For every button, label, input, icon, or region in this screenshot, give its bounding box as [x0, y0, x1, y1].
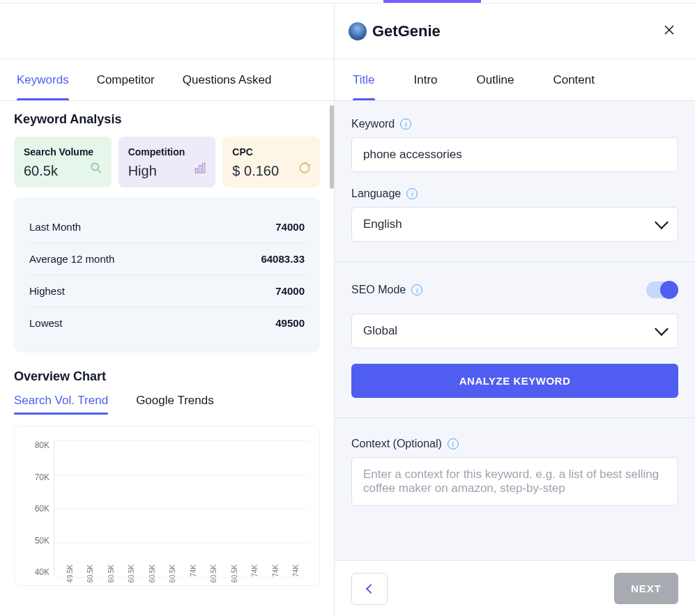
tab-competitor[interactable]: Competitor — [97, 61, 155, 100]
context-label: Context (Optional) i — [351, 438, 678, 450]
seo-mode-toggle[interactable] — [646, 282, 678, 298]
overview-chart: 80K70K60K50K40K 49.5K60.5K60.5K60.5K60.5… — [14, 426, 320, 586]
info-icon[interactable]: i — [406, 188, 418, 199]
context-textarea[interactable]: Enter a context for this keyword. e.g. a… — [351, 457, 678, 506]
svg-point-0 — [91, 163, 98, 170]
stats-box: Last Month74000 Average 12 month64083.33… — [14, 197, 320, 353]
analyze-keyword-button[interactable]: ANALYZE KEYWORD — [351, 364, 678, 398]
metric-search-volume: Search Volume 60.5k — [14, 137, 112, 187]
tab-keywords[interactable]: Keywords — [17, 61, 69, 100]
region-select[interactable]: Global — [351, 314, 678, 348]
stat-row-highest: Highest74000 — [29, 275, 305, 307]
subtab-google-trends[interactable]: Google Trends — [136, 394, 214, 415]
tab-questions-asked[interactable]: Questions Asked — [183, 61, 272, 100]
search-icon — [89, 161, 103, 178]
right-panel: GetGenie Title Intro Outline Content Key… — [335, 3, 695, 616]
svg-rect-4 — [203, 164, 205, 174]
svg-rect-3 — [199, 166, 201, 174]
info-icon[interactable]: i — [448, 438, 459, 449]
target-icon — [298, 161, 312, 178]
tab-outline[interactable]: Outline — [477, 61, 514, 100]
keyword-input[interactable] — [351, 137, 678, 172]
stat-row-lowest: Lowest49500 — [29, 307, 305, 339]
language-label: Language i — [351, 187, 678, 200]
chart-subtabs: Search Vol. Trend Google Trends — [14, 394, 320, 415]
info-icon[interactable]: i — [400, 118, 411, 130]
keyword-label: Keyword i — [351, 118, 678, 130]
metric-competition: Competition High — [119, 137, 216, 187]
tab-content[interactable]: Content — [553, 61, 595, 100]
section-title-keyword-analysis: Keyword Analysis — [14, 112, 320, 127]
right-tabs: Title Intro Outline Content — [335, 59, 695, 101]
subtab-search-vol-trend[interactable]: Search Vol. Trend — [14, 394, 108, 415]
seo-mode-label: SEO Mode i — [351, 284, 422, 296]
back-button[interactable] — [351, 573, 388, 605]
next-button[interactable]: NEXT — [614, 573, 678, 604]
footer: NEXT — [335, 560, 695, 616]
stat-row-average-12: Average 12 month64083.33 — [29, 243, 305, 275]
svg-rect-2 — [196, 169, 198, 173]
section-title-overview-chart: Overview Chart — [14, 369, 320, 384]
brand: GetGenie — [349, 22, 441, 40]
language-select[interactable]: English — [351, 207, 678, 242]
brand-logo-icon — [349, 22, 367, 40]
metric-cpc: CPC $ 0.160 — [222, 137, 320, 187]
left-tabs: Keywords Competitor Questions Asked — [0, 59, 334, 101]
close-button[interactable] — [657, 20, 681, 43]
svg-line-1 — [98, 170, 100, 173]
info-icon[interactable]: i — [411, 284, 422, 295]
stat-row-last-month: Last Month74000 — [29, 211, 305, 243]
brand-name: GetGenie — [372, 22, 441, 40]
tab-title[interactable]: Title — [353, 61, 375, 100]
tab-intro[interactable]: Intro — [414, 61, 438, 100]
chevron-down-icon — [655, 322, 669, 336]
left-panel: Keywords Competitor Questions Asked Keyw… — [0, 3, 335, 616]
bars-icon — [193, 162, 207, 178]
metric-row: Search Volume 60.5k Competition High CPC… — [14, 137, 320, 187]
chevron-left-icon — [365, 583, 375, 593]
scrollbar-thumb[interactable] — [330, 105, 334, 189]
chevron-down-icon — [655, 215, 669, 229]
svg-point-5 — [300, 163, 309, 172]
